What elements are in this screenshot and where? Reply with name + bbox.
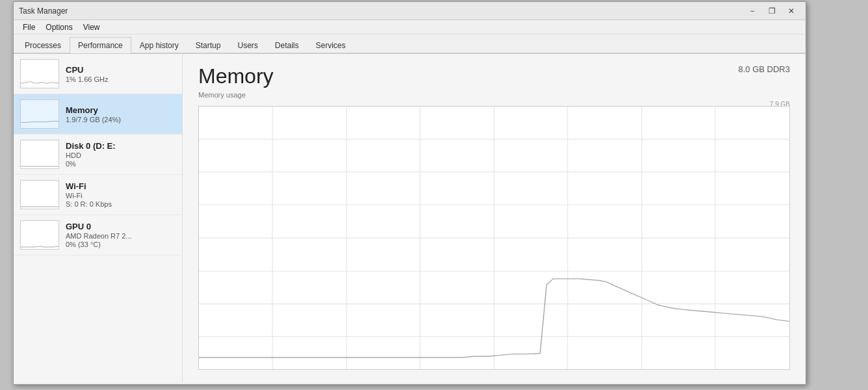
cpu-thumbnail [20, 59, 59, 88]
tab-processes[interactable]: Processes [16, 37, 70, 53]
svg-rect-3 [21, 181, 59, 209]
wifi-title: Wi-Fi [66, 181, 112, 191]
main-header: Memory 8.0 GB DDR3 [198, 64, 790, 88]
disk-info: Disk 0 (D: E: HDD 0% [66, 141, 116, 168]
memory-thumbnail [20, 99, 59, 129]
main-title: Memory [198, 64, 274, 88]
menu-view[interactable]: View [78, 21, 105, 33]
wifi-thumbnail [20, 180, 59, 209]
close-button[interactable]: ✕ [782, 5, 800, 18]
svg-rect-2 [21, 140, 59, 169]
chart-label: Memory usage [198, 91, 790, 99]
disk-title: Disk 0 (D: E: [66, 141, 116, 151]
sidebar: CPU 1% 1.66 GHz Memory 1.9/7.9 GB (24%) [14, 54, 183, 383]
title-bar: Task Manager − ❐ ✕ [14, 2, 806, 20]
sidebar-item-gpu[interactable]: GPU 0 AMD Radeon R7 2... 0% (33 °C) [14, 215, 182, 255]
tab-performance[interactable]: Performance [70, 37, 131, 53]
wifi-sub1: Wi-Fi [66, 192, 112, 200]
tab-startup[interactable]: Startup [187, 37, 230, 53]
spec-line1: 8.0 GB DDR3 [739, 64, 790, 74]
menu-options[interactable]: Options [40, 21, 77, 33]
content-area: CPU 1% 1.66 GHz Memory 1.9/7.9 GB (24%) [14, 54, 806, 383]
gpu-thumbnail [20, 220, 59, 250]
memory-chart [198, 106, 790, 370]
cpu-title: CPU [66, 65, 108, 75]
window-controls: − ❐ ✕ [743, 5, 800, 18]
disk-thumbnail [20, 140, 59, 169]
main-spec: 8.0 GB DDR3 [739, 64, 790, 74]
tab-users[interactable]: Users [229, 37, 266, 53]
maximize-button[interactable]: ❐ [763, 5, 781, 18]
tab-services[interactable]: Services [308, 37, 354, 53]
disk-sub2: 0% [66, 160, 116, 168]
memory-title: Memory [66, 105, 121, 115]
minimize-button[interactable]: − [743, 5, 761, 18]
menu-bar: File Options View [14, 20, 806, 34]
task-manager-window: Task Manager − ❐ ✕ File Options View Pro… [13, 1, 806, 385]
gpu-sub2: 0% (33 °C) [66, 240, 132, 248]
cpu-info: CPU 1% 1.66 GHz [66, 65, 108, 83]
gpu-info: GPU 0 AMD Radeon R7 2... 0% (33 °C) [66, 222, 132, 248]
memory-sub: 1.9/7.9 GB (24%) [66, 116, 121, 124]
tab-bar: Processes Performance App history Startu… [14, 34, 806, 54]
svg-rect-4 [21, 221, 59, 250]
cpu-sub: 1% 1.66 GHz [66, 75, 108, 83]
svg-rect-0 [21, 60, 59, 88]
memory-info: Memory 1.9/7.9 GB (24%) [66, 105, 121, 124]
disk-sub1: HDD [66, 151, 116, 159]
sidebar-item-disk[interactable]: Disk 0 (D: E: HDD 0% [14, 135, 182, 175]
sidebar-item-cpu[interactable]: CPU 1% 1.66 GHz [14, 54, 182, 94]
gpu-title: GPU 0 [66, 222, 132, 231]
wifi-info: Wi-Fi Wi-Fi S: 0 R: 0 Kbps [66, 181, 112, 208]
wifi-sub2: S: 0 R: 0 Kbps [66, 200, 112, 208]
svg-rect-1 [21, 100, 59, 128]
tab-details[interactable]: Details [267, 37, 308, 53]
memory-chart-svg [199, 107, 789, 369]
window-title: Task Manager [19, 6, 68, 16]
sidebar-item-memory[interactable]: Memory 1.9/7.9 GB (24%) [14, 94, 182, 135]
tab-app-history[interactable]: App history [131, 37, 187, 53]
sidebar-item-wifi[interactable]: Wi-Fi Wi-Fi S: 0 R: 0 Kbps [14, 175, 182, 215]
menu-file[interactable]: File [18, 21, 40, 33]
main-panel: Memory 8.0 GB DDR3 Memory usage 7.9 GB [183, 54, 806, 383]
gpu-sub1: AMD Radeon R7 2... [66, 232, 132, 240]
